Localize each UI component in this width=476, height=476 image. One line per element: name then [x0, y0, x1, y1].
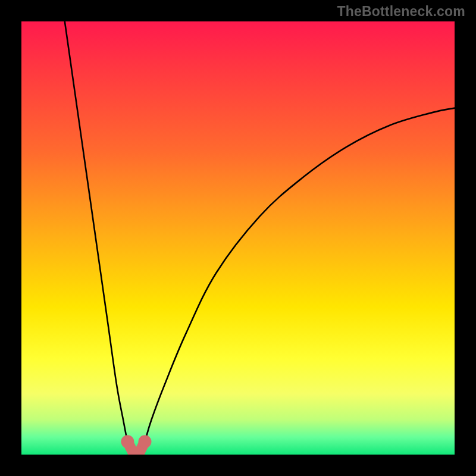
bottleneck-curve [21, 21, 455, 455]
optimum-markers [121, 435, 151, 455]
curve-left-branch [65, 21, 132, 455]
optimum-endpoint-icon [121, 435, 134, 448]
curve-right-branch [140, 108, 455, 455]
optimum-endpoint-icon [138, 435, 151, 448]
watermark-text: TheBottleneck.com [337, 4, 465, 20]
plot-area [21, 21, 455, 455]
chart-frame: TheBottleneck.com [0, 0, 476, 476]
